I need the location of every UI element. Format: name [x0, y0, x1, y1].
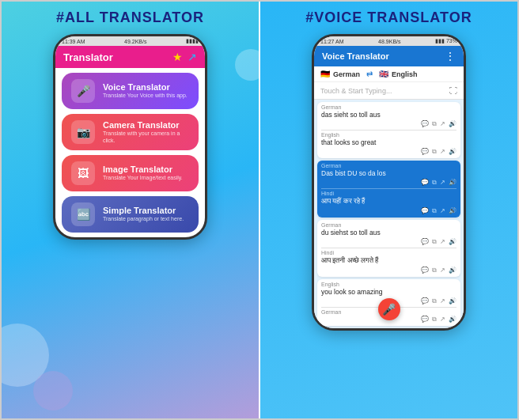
copy-icon-4[interactable]: ⧉: [432, 297, 437, 305]
trans-to-icons-1: 💬 ⧉ ↗ 🔊: [321, 148, 456, 156]
whatsapp-icon-3b[interactable]: 💬: [421, 267, 429, 274]
menu-simple-text: Simple Translator Translate paragraph or…: [103, 206, 184, 223]
menu-item-image[interactable]: 🖼 Image Translator Translate Your Image/…: [62, 155, 199, 191]
share-icon-3[interactable]: ↗: [440, 238, 445, 246]
trans-from-text-1: das sieht so toll aus: [321, 111, 456, 119]
simple-title: Simple Translator: [103, 206, 184, 216]
trans-from-text-2: Das bist DU so da los: [321, 169, 456, 177]
share-icon-4b[interactable]: ↗: [440, 316, 445, 324]
trans-from-text-4: you look so amazing: [321, 288, 456, 296]
image-subtitle: Translate Your Image/text easily.: [103, 175, 183, 181]
sound-icon-4b[interactable]: 🔊: [449, 316, 456, 324]
trans-to-lang-2: Hindi: [321, 191, 456, 196]
left-panel: #ALL TRANSLATOR 11:39 AM 49.2KB/s ▮▮▮▮ T…: [2, 2, 259, 418]
typing-bar[interactable]: Touch & Start Typing... ⛶: [314, 82, 464, 100]
sound-icon-3[interactable]: 🔊: [449, 238, 456, 246]
from-lang: German: [333, 70, 360, 78]
share-icon-4[interactable]: ↗: [440, 297, 445, 305]
image-title: Image Translator: [103, 165, 183, 175]
left-app-title: Translator: [63, 51, 113, 63]
whatsapp-icon-2b[interactable]: 💬: [421, 207, 429, 215]
sound-icon-2[interactable]: 🔊: [449, 179, 456, 187]
right-phone: 11:27 AM 48.9KB/s ▮▮▮ 73% Voice Translat…: [312, 34, 466, 331]
whatsapp-icon-4b[interactable]: 💬: [421, 316, 429, 324]
right-panel-title: #VOICE TRANSLATOR: [305, 9, 472, 26]
copy-icon-2b[interactable]: ⧉: [432, 207, 437, 215]
simple-icon: 🔤: [71, 202, 95, 226]
menu-item-voice[interactable]: 🎤 Voice Translator Translate Your Voice …: [62, 73, 199, 109]
trans-card-3: German du siehst so toll aus 💬 ⧉ ↗ 🔊 Hin…: [317, 220, 460, 277]
trans-to-icons-2: 💬 ⧉ ↗ 🔊: [321, 207, 456, 215]
trans-card-1: German das sieht so toll aus 💬 ⧉ ↗ 🔊 Eng…: [317, 102, 460, 158]
mic-button[interactable]: 🎤: [378, 298, 400, 320]
trans-icons-3: 💬 ⧉ ↗ 🔊: [321, 238, 456, 246]
language-bar: 🇩🇪 German ⇄ 🇬🇧 English: [314, 66, 464, 82]
trans-to-icons-3: 💬 ⧉ ↗ 🔊: [321, 267, 456, 274]
right-stats: 48.9KB/s: [378, 39, 400, 44]
from-flag: 🇩🇪: [320, 70, 330, 78]
sound-icon-1[interactable]: 🔊: [449, 120, 456, 128]
trans-to-text-2: आप यहीं कर रहे हैं: [321, 197, 456, 206]
image-icon: 🖼: [71, 161, 95, 185]
left-time: 11:39 AM: [62, 39, 85, 44]
menu-item-camera[interactable]: 📷 Camera Translator Translate with your …: [62, 114, 199, 150]
voice-subtitle: Translate Your Voice with this app.: [103, 93, 188, 99]
swap-icon[interactable]: ⇄: [366, 70, 373, 78]
to-lang: English: [392, 70, 418, 78]
right-phone-wrapper: 11:27 AM 48.9KB/s ▮▮▮ 73% Voice Translat…: [312, 34, 466, 331]
voice-icon: 🎤: [71, 79, 95, 103]
copy-icon-3[interactable]: ⧉: [432, 238, 437, 246]
copy-icon-2[interactable]: ⧉: [432, 179, 437, 187]
share-icon-1[interactable]: ↗: [440, 120, 445, 128]
left-status-bar: 11:39 AM 49.2KB/s ▮▮▮▮: [55, 36, 205, 46]
left-header-icons: ★ ↗: [172, 51, 197, 63]
share-icon-3b[interactable]: ↗: [440, 267, 445, 274]
star-icon[interactable]: ★: [172, 51, 183, 63]
trans-from-text-3: du siehst so toll aus: [321, 229, 456, 236]
copy-icon-3b[interactable]: ⧉: [432, 267, 437, 274]
right-status-bar: 11:27 AM 48.9KB/s ▮▮▮ 73%: [314, 36, 464, 46]
copy-icon-1b[interactable]: ⧉: [432, 148, 437, 156]
right-app-title: Voice Translator: [322, 51, 389, 61]
share-icon-2[interactable]: ↗: [440, 179, 445, 187]
left-stats: 49.2KB/s: [124, 39, 146, 44]
trans-to-lang-3: Hindi: [321, 250, 456, 255]
whatsapp-icon-3[interactable]: 💬: [421, 238, 429, 246]
sound-icon-4[interactable]: 🔊: [449, 297, 456, 305]
whatsapp-icon-1[interactable]: 💬: [421, 120, 429, 128]
menu-item-simple[interactable]: 🔤 Simple Translator Translate paragraph …: [62, 196, 199, 233]
whatsapp-icon-4[interactable]: 💬: [421, 297, 429, 305]
share-icon-1b[interactable]: ↗: [440, 148, 445, 156]
camera-icon: 📷: [71, 120, 95, 144]
left-phone-header: Translator ★ ↗: [55, 46, 205, 68]
copy-icon-4b[interactable]: ⧉: [432, 316, 437, 324]
trans-from-lang-1: German: [321, 104, 456, 110]
trans-icons-2: 💬 ⧉ ↗ 🔊: [321, 179, 456, 187]
sound-icon-3b[interactable]: 🔊: [449, 267, 456, 274]
menu-voice-text: Voice Translator Translate Your Voice wi…: [103, 82, 188, 100]
typing-placeholder: Touch & Start Typing...: [320, 87, 392, 95]
whatsapp-icon-1b[interactable]: 💬: [421, 148, 429, 156]
share-icon-2b[interactable]: ↗: [440, 207, 445, 215]
copy-icon-1[interactable]: ⧉: [432, 120, 437, 128]
right-menu-icon[interactable]: ⋮: [445, 50, 456, 62]
trans-to-text-3: आप इतनी अच्छे लगते हैं: [321, 256, 456, 265]
trans-card-2: German Das bist DU so da los 💬 ⧉ ↗ 🔊 Hin…: [317, 161, 460, 218]
voice-title: Voice Translator: [103, 82, 188, 93]
trans-icons-1: 💬 ⧉ ↗ 🔊: [321, 120, 456, 128]
right-panel: #VOICE TRANSLATOR 11:27 AM 48.9KB/s ▮▮▮ …: [259, 2, 517, 418]
trans-from-lang-4: English: [321, 282, 456, 287]
trans-from-lang-2: German: [321, 163, 456, 168]
share-icon[interactable]: ↗: [188, 51, 197, 63]
left-phone: 11:39 AM 49.2KB/s ▮▮▮▮ Translator ★ ↗ 🎤 …: [53, 34, 207, 240]
sound-icon-1b[interactable]: 🔊: [449, 148, 456, 156]
menu-image-text: Image Translator Translate Your Image/te…: [103, 165, 183, 182]
camera-title: Camera Translator: [103, 120, 189, 131]
sound-icon-2b[interactable]: 🔊: [449, 207, 456, 215]
whatsapp-icon-2[interactable]: 💬: [421, 179, 429, 187]
trans-from-lang-3: German: [321, 222, 456, 228]
right-phone-header: Voice Translator ⋮: [314, 46, 464, 66]
camera-subtitle: Translate with your camera in a click.: [103, 131, 189, 144]
right-time: 11:27 AM: [320, 39, 344, 44]
translation-list: German das sieht so toll aus 💬 ⧉ ↗ 🔊 Eng…: [314, 100, 464, 328]
